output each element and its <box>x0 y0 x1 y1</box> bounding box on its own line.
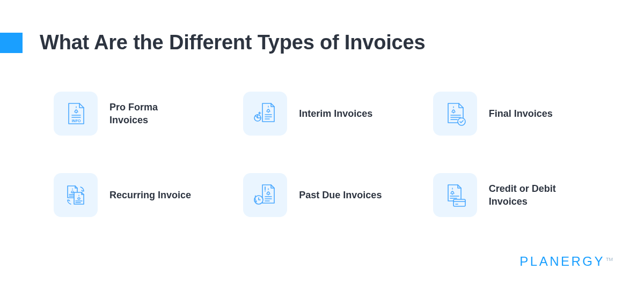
invoice-cycle-icon <box>54 173 98 217</box>
item-recurring: Recurring Invoice <box>54 173 211 217</box>
svg-rect-4 <box>453 199 465 206</box>
item-label: Recurring Invoice <box>109 189 191 201</box>
items-grid: INFO Pro Forma Invoices Interim Invoices <box>0 65 644 217</box>
item-label: Interim Invoices <box>299 107 372 120</box>
item-interim: Interim Invoices <box>243 92 400 136</box>
accent-bar <box>0 33 23 53</box>
invoice-clock-icon <box>243 173 287 217</box>
invoice-piechart-icon <box>243 92 287 136</box>
invoice-check-icon <box>433 92 477 136</box>
item-past-due: Past Due Invoices <box>243 173 400 217</box>
brand-logo: PLANERGYTM <box>519 254 613 269</box>
header: What Are the Different Types of Invoices <box>0 0 644 65</box>
invoice-card-icon <box>433 173 477 217</box>
svg-text:INFO: INFO <box>72 119 81 123</box>
page-title: What Are the Different Types of Invoices <box>40 31 425 54</box>
item-final: Final Invoices <box>433 92 590 136</box>
item-label: Credit or Debit Invoices <box>489 182 575 208</box>
item-label: Final Invoices <box>489 107 553 120</box>
invoice-info-icon: INFO <box>54 92 98 136</box>
item-label: Past Due Invoices <box>299 189 382 201</box>
item-pro-forma: INFO Pro Forma Invoices <box>54 92 211 136</box>
item-credit-debit: Credit or Debit Invoices <box>433 173 590 217</box>
item-label: Pro Forma Invoices <box>109 101 195 127</box>
